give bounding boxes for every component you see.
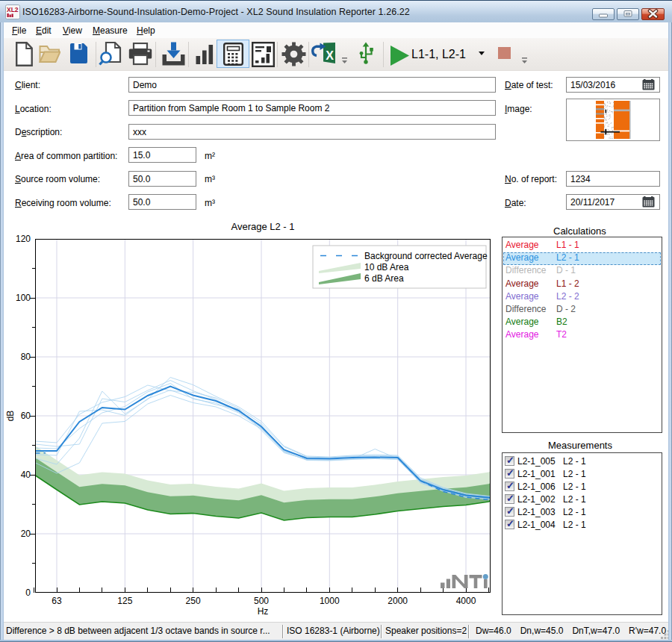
svg-text:Hz: Hz bbox=[258, 606, 269, 617]
svg-text:0: 0 bbox=[25, 588, 31, 598]
svg-text:40: 40 bbox=[21, 470, 31, 480]
svg-text:500: 500 bbox=[254, 596, 269, 606]
svg-text:Background corrected Average: Background corrected Average bbox=[364, 251, 488, 261]
svg-text:2000: 2000 bbox=[388, 596, 408, 606]
svg-text:4000: 4000 bbox=[456, 596, 476, 606]
svg-text:100: 100 bbox=[16, 293, 31, 303]
svg-text:60: 60 bbox=[21, 411, 31, 421]
svg-text:125: 125 bbox=[117, 596, 132, 606]
svg-text:250: 250 bbox=[186, 596, 201, 606]
svg-text:1000: 1000 bbox=[320, 596, 340, 606]
svg-text:80: 80 bbox=[21, 352, 31, 362]
svg-text:6 dB Area: 6 dB Area bbox=[364, 273, 404, 284]
svg-text:120: 120 bbox=[16, 234, 31, 244]
svg-text:10 dB Area: 10 dB Area bbox=[364, 262, 409, 272]
svg-text:Average L2 - 1: Average L2 - 1 bbox=[231, 221, 294, 232]
svg-text:20: 20 bbox=[21, 529, 31, 539]
svg-text:63: 63 bbox=[52, 596, 62, 606]
svg-text:XL2: XL2 bbox=[7, 6, 19, 13]
svg-text:dB: dB bbox=[5, 411, 16, 422]
svg-text:X: X bbox=[326, 49, 334, 62]
